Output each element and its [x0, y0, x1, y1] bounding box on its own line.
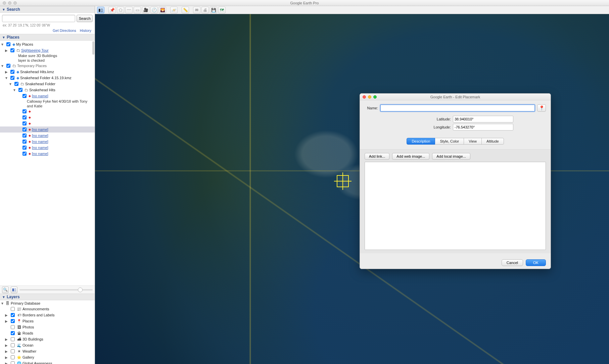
history-button[interactable]: 🕘 [150, 7, 158, 13]
tab-altitude[interactable]: Altitude [482, 138, 504, 145]
places-item-snakehead-folder[interactable]: ▼ 🗀 Snakehead Folder [0, 81, 95, 87]
layers-item[interactable]: ▶☀Weather [0, 348, 95, 354]
layers-item[interactable]: 🖼Photos [0, 324, 95, 330]
places-item-blank[interactable]: ◆ [0, 108, 95, 114]
checkbox[interactable] [6, 42, 10, 46]
cancel-button[interactable]: Cancel [502, 259, 523, 266]
checkbox[interactable] [22, 121, 27, 125]
chevron-right-icon[interactable]: ▶ [5, 343, 8, 348]
get-directions-link[interactable]: Get Directions [53, 29, 76, 33]
checkbox[interactable] [22, 127, 27, 132]
find-button[interactable]: 🔍 [2, 287, 9, 293]
checkbox[interactable] [22, 109, 27, 113]
print-button[interactable]: 🖨 [201, 7, 209, 13]
checkbox[interactable] [11, 349, 15, 353]
search-input[interactable] [2, 15, 75, 22]
chevron-down-icon[interactable]: ▼ [13, 88, 16, 93]
checkbox[interactable] [11, 331, 15, 335]
layers-item[interactable]: ▶🌊Ocean [0, 342, 95, 348]
places-item-blank[interactable]: ◆ [0, 120, 95, 126]
checkbox[interactable] [14, 82, 18, 86]
ok-button[interactable]: OK [526, 259, 546, 266]
tab-style-color[interactable]: Style, Color [435, 138, 464, 145]
tree-label[interactable]: [no name] [32, 151, 48, 156]
sidebar-toggle-button[interactable]: ▮▯ [11, 287, 17, 293]
checkbox[interactable] [11, 361, 15, 364]
chevron-right-icon[interactable]: ▶ [5, 69, 8, 74]
checkbox[interactable] [11, 355, 15, 359]
map-view[interactable]: Google Earth - Edit Placemark Name: 📍 La… [95, 14, 609, 364]
places-item-noname[interactable]: ◆ [no name] [0, 93, 95, 99]
places-item-noname[interactable]: ◆ [no name] [0, 151, 95, 157]
path-button[interactable]: 〰 [125, 7, 133, 13]
checkbox[interactable] [22, 146, 27, 150]
chevron-right-icon[interactable]: ▶ [5, 48, 8, 53]
layers-item[interactable]: ▶🏷Borders and Labels [0, 312, 95, 318]
tree-label[interactable]: [no name] [32, 127, 48, 132]
tree-label[interactable]: [no name] [32, 94, 48, 99]
chevron-right-icon[interactable]: ▶ [5, 355, 8, 360]
places-item-sightseeing[interactable]: ▶ 🗀 Sightseeing Tour [0, 47, 95, 53]
places-item-snakehead-folder-kmz[interactable]: ▼ ◆ Snakehead Folder 4.15.19.kmz [0, 75, 95, 81]
description-textarea[interactable] [365, 162, 546, 250]
history-link[interactable]: History [80, 29, 91, 33]
layers-tree[interactable]: ▼ 🗄 Primary Database 📰Announcements▶🏷Bor… [0, 300, 95, 364]
sunlight-button[interactable]: 🌄 [159, 7, 166, 13]
layers-item[interactable]: 📰Announcements [0, 306, 95, 312]
checkbox[interactable] [22, 140, 27, 144]
checkbox[interactable] [10, 76, 14, 80]
checkbox[interactable] [18, 88, 22, 92]
planet-button[interactable]: 🪐 [170, 7, 178, 13]
places-item-temp[interactable]: ▼ 🗀 Temporary Places [0, 63, 95, 69]
tour-button[interactable]: 🎥 [142, 7, 149, 13]
layers-item[interactable]: ▶📍Places [0, 318, 95, 324]
layers-item[interactable]: ▶⭐Gallery [0, 354, 95, 360]
save-image-button[interactable]: 💾 [210, 7, 217, 13]
places-item-noname[interactable]: ◆ [no name] [0, 145, 95, 151]
opacity-slider[interactable] [19, 289, 93, 291]
places-item-my-places[interactable]: ▼ ◆ My Places [0, 41, 95, 47]
places-item-snakehead-hits[interactable]: ▼ 🗀 Snakehead Hits [0, 87, 95, 93]
checkbox[interactable] [22, 115, 27, 119]
longitude-input[interactable] [453, 124, 513, 131]
search-header[interactable]: ▼ Search [0, 6, 95, 13]
latitude-input[interactable] [453, 116, 513, 122]
view-in-maps-button[interactable]: 🗺 [218, 7, 226, 13]
checkbox[interactable] [6, 64, 10, 68]
tree-label[interactable]: [no name] [32, 145, 48, 150]
chevron-down-icon[interactable]: ▼ [1, 301, 4, 306]
name-input[interactable] [380, 104, 535, 112]
chevron-right-icon[interactable]: ▶ [5, 337, 8, 342]
add-local-image-button[interactable]: Add local image... [432, 153, 470, 160]
tab-description[interactable]: Description [407, 138, 435, 145]
layers-item[interactable]: ▶🏙3D Buildings [0, 336, 95, 342]
add-link-button[interactable]: Add link... [365, 153, 389, 160]
add-web-image-button[interactable]: Add web image... [392, 153, 429, 160]
checkbox[interactable] [10, 48, 14, 52]
checkbox[interactable] [10, 70, 14, 74]
placemark-icon-button[interactable]: 📍 [537, 104, 546, 112]
search-button[interactable]: Search [77, 15, 93, 22]
tree-label[interactable]: [no name] [32, 139, 48, 144]
places-tree[interactable]: ▼ ◆ My Places ▶ 🗀 Sightseeing Tour Make … [0, 41, 95, 285]
places-header[interactable]: ▼ Places [0, 34, 95, 41]
checkbox[interactable] [11, 319, 15, 323]
tree-label[interactable]: Sightseeing Tour [21, 48, 49, 53]
placemark-button[interactable]: 📌 [108, 7, 116, 13]
checkbox[interactable] [11, 337, 15, 341]
chevron-down-icon[interactable]: ▼ [1, 63, 4, 68]
email-button[interactable]: ✉ [193, 7, 200, 13]
places-item-snakehead-kmz[interactable]: ▶ ◆ Snakehead Hits.kmz [0, 69, 95, 75]
polygon-button[interactable]: ⬠ [117, 7, 124, 13]
tree-label[interactable]: [no name] [32, 133, 48, 138]
scrollbar-thumb[interactable] [92, 41, 94, 55]
places-item-blank[interactable]: ◆ [0, 114, 95, 120]
chevron-right-icon[interactable]: ▶ [5, 313, 8, 318]
layers-item-primary-db[interactable]: ▼ 🗄 Primary Database [0, 301, 95, 306]
layers-item[interactable]: 🛣Roads [0, 330, 95, 336]
layers-header[interactable]: ▼ Layers [0, 294, 95, 300]
image-overlay-button[interactable]: ▭ [134, 7, 141, 13]
checkbox[interactable] [22, 152, 27, 156]
chevron-down-icon[interactable]: ▼ [5, 75, 8, 81]
places-item-noname[interactable]: ◆ [no name] [0, 133, 95, 139]
